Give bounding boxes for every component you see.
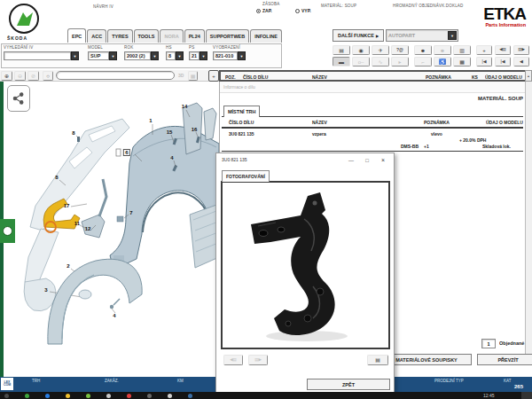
diagram-callout-8[interactable]: 8 [55,175,58,180]
rok-select[interactable]: 2002 (2) [124,51,151,60]
dialog-title: 3U0 821 135 [222,157,247,162]
page-prev-button[interactable]: ◀▤ [495,45,511,55]
diagram-callout-4[interactable]: 4 [113,313,115,318]
rok-dropdown-icon[interactable]: ▼ [151,51,159,60]
search-part-button[interactable]: ○ [43,71,53,81]
vyhledani-input[interactable] [4,51,71,60]
tab-tyres[interactable]: TYRES [107,29,132,43]
pin-icon: + [482,48,486,53]
divider [222,127,523,129]
hs-dropdown-icon[interactable]: ▼ [176,51,184,60]
tab-infoline[interactable]: INFOLINE [250,29,282,43]
zasoba-zap-radio[interactable]: ZAP. [256,8,272,13]
os-taskbar[interactable]: 12:45 [0,392,532,399]
model-dropdown-icon[interactable]: ▼ [109,51,117,60]
zasoba-vyp-radio[interactable]: VYP. [295,8,311,13]
taskbar-app-icon[interactable] [147,394,152,398]
tab-epc[interactable]: EPC [67,28,86,43]
maximize-button[interactable]: □ [360,154,374,166]
help-icon: ?@ [396,48,403,52]
diagram-callout-12[interactable]: 12 [85,226,91,231]
notification-button[interactable]: ◉ [352,45,370,55]
cart-button[interactable]: ▦ [453,57,471,66]
zpet-button[interactable]: ZPĚT [307,379,390,390]
diagram-callout-15[interactable]: 15 [167,129,173,135]
lexcom-logo: LEX COM [1,378,13,390]
hs-select[interactable]: 8 [166,51,176,60]
dalsi-funkce-button[interactable]: DALŠÍ FUNKCE▶ [332,29,384,42]
pin-button[interactable]: + [476,45,492,55]
vyobrazeni-select[interactable]: 821-010 [213,51,238,60]
tab-supportweb[interactable]: SUPPORTWEB [206,29,249,43]
vyobrazeni-dropdown-icon[interactable]: ▼ [238,51,246,60]
tab-tools[interactable]: TOOLS [134,29,160,43]
user-button[interactable]: ☻ [414,45,432,55]
scroll-up-icon: ▲ [527,74,529,78]
vertical-scrollbar[interactable] [525,82,532,365]
pan-handle[interactable]: + [208,70,219,82]
print-button[interactable]: ▤ [332,45,350,55]
prevzit-button[interactable]: PŘEVZÍT [477,354,532,365]
dropdown-arrow-icon[interactable]: ▼ [448,31,457,40]
taskbar-app-icon[interactable] [106,394,111,398]
tab-acc[interactable]: ACC [87,29,106,43]
diagram-callout-14[interactable]: 14 [182,104,188,109]
etka-subtitle: Parts Information [471,22,526,27]
ps-select[interactable]: 21 [189,51,200,60]
taskbar-app-icon[interactable] [168,394,172,398]
skoda-side-logo-icon[interactable] [0,219,15,243]
accessibility-button[interactable]: ♿ [434,57,451,66]
taskbar-tray[interactable] [521,392,532,399]
ps-dropdown-icon[interactable]: ▼ [200,51,207,60]
send-button[interactable]: ✈ [372,45,389,55]
nav-back-button[interactable]: ◀ [513,57,529,66]
page-next-button[interactable]: ▤▶ [513,45,529,55]
autopart-select[interactable]: AUTOPART ▼ [386,29,458,42]
scrollbar-up-button[interactable]: ▲ [525,70,532,82]
taskbar-app-icon[interactable] [4,394,9,398]
diagram-callout-16[interactable]: 16 [192,127,198,132]
order-quantity-input[interactable] [481,339,496,348]
diagram-search-input[interactable] [56,71,175,80]
taskbar-app-icon[interactable] [86,394,90,398]
info-col-cislo-dilu: ČÍSLO DÍLU [229,120,254,125]
maximize-icon: □ [365,158,369,163]
diagram-callout-6[interactable]: 6 [123,149,130,156]
tab-pl24[interactable]: PL24 [184,29,205,43]
diagram-callout-11[interactable]: 11 [74,221,80,226]
diagram-callout-8[interactable]: 8 [72,130,74,136]
zoom-out-button: ⊖ [14,71,26,81]
vyp-label: VYP. [301,8,311,13]
share-button[interactable] [7,85,30,112]
photo-print-button[interactable]: ▤ [367,355,388,365]
taskbar-app-icon[interactable] [188,394,192,398]
page-next-icon: ▤▶ [518,48,525,52]
monitor-button[interactable]: ▬ [332,57,350,66]
taskbar-app-icon[interactable] [66,394,70,398]
close-button[interactable]: × [376,154,390,166]
truck-button[interactable]: ▥ [453,45,471,55]
diagram-callout-17[interactable]: 17 [64,203,70,208]
tab-mistni-trh[interactable]: MÍSTNÍ TRH [223,106,260,117]
tab-fotografovani[interactable]: FOTOGRAFOVÁNÍ [222,170,270,182]
zoom-in-button[interactable]: ⊕ [1,71,12,81]
diagram-callout-2[interactable]: 2 [66,263,69,269]
diagram-callout-1[interactable]: 1 [149,118,152,123]
diagram-callout-4[interactable]: 4 [170,155,173,160]
taskbar-app-icon[interactable] [25,394,29,398]
help-button[interactable]: ?@ [391,45,409,55]
model-select[interactable]: SUP [88,51,109,60]
taskbar-app-icon[interactable] [127,394,131,398]
nav-first-button[interactable]: |◀ [476,57,492,66]
parts-diagram[interactable]: 181415164681711127234 [0,82,219,377]
taskbar-app-icon[interactable] [45,394,50,398]
diagram-callout-3[interactable]: 3 [44,287,47,293]
vyhledani-dropdown-icon[interactable]: ▼ [71,51,79,60]
diagram-callout-7[interactable]: 7 [129,210,132,215]
skoda-wordmark: ŠKODA [7,35,27,41]
minimize-button[interactable]: — [344,154,358,166]
nav-previous-button[interactable]: |◀ [495,57,511,66]
status-kat-label: KAT [504,379,511,383]
material-soupisky-button[interactable]: MATERIÁLOVÉ SOUPISKY [381,354,472,365]
order-quantity-label: Objednané [499,340,532,346]
